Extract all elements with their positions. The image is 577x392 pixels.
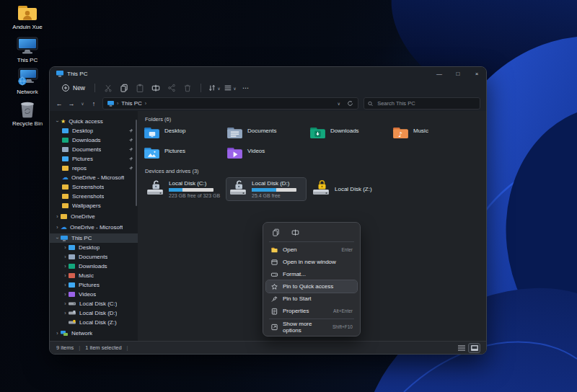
sidebar-item-this-pc[interactable]: › This PC xyxy=(50,233,138,243)
breadcrumb-this-pc[interactable]: This PC xyxy=(121,100,141,107)
network-icon xyxy=(17,68,38,86)
chevron-right-icon[interactable]: › xyxy=(62,311,69,316)
chevron-right-icon[interactable]: › xyxy=(62,245,69,250)
rename-button[interactable] xyxy=(148,82,164,94)
menu-item-pin-to-start[interactable]: Pin to Start xyxy=(266,293,357,305)
menu-item-show-more-options[interactable]: Show more options Shift+F10 xyxy=(266,321,357,333)
sidebar-item-screenshots-2[interactable]: Screenshots xyxy=(50,192,138,201)
sidebar-item-network[interactable]: › Network xyxy=(50,329,138,338)
sidebar-item-documents[interactable]: Documents xyxy=(50,145,138,154)
sidebar-item-quick-access[interactable]: › ★ Quick access xyxy=(50,117,138,126)
folder-tile-pictures[interactable]: Pictures xyxy=(144,146,226,162)
chevron-right-icon[interactable]: › xyxy=(54,214,61,219)
drive-label: Local Disk (C:) xyxy=(169,180,220,187)
up-button[interactable]: ↑ xyxy=(90,100,97,107)
sidebar-item-screenshots[interactable]: Screenshots xyxy=(50,182,138,192)
drives-section-header[interactable]: Devices and drives (3) xyxy=(145,168,486,174)
folder-tile-downloads[interactable]: Downloads xyxy=(309,126,392,142)
sidebar-item-downloads[interactable]: Downloads xyxy=(50,135,138,145)
more-options-button[interactable]: ⋯ xyxy=(242,84,249,92)
menu-item-pin-to-quick-access[interactable]: Pin to Quick access xyxy=(266,280,357,293)
folder-icon: ♪ xyxy=(392,126,409,139)
drive-icon xyxy=(312,182,331,197)
sidebar-item-desktop[interactable]: Desktop xyxy=(50,126,138,135)
sidebar-scrollbar[interactable] xyxy=(136,120,137,206)
forward-button[interactable]: → xyxy=(68,100,75,107)
sidebar-item-repos[interactable]: repos xyxy=(50,164,138,173)
cut-button xyxy=(100,82,116,94)
new-button[interactable]: New xyxy=(57,82,89,94)
chevron-down-icon[interactable]: › xyxy=(55,235,60,241)
folder-tile-videos[interactable]: Videos xyxy=(226,146,309,162)
maximize-button[interactable]: □ xyxy=(449,67,467,80)
sidebar-item-pictures[interactable]: Pictures xyxy=(50,154,138,164)
sidebar-item-pc-music[interactable]: › Music xyxy=(50,271,138,280)
menu-copy-button[interactable] xyxy=(268,227,283,238)
folder-icon xyxy=(69,245,75,250)
view-button[interactable]: ∨ xyxy=(222,82,238,94)
drive-tile-z[interactable]: Local Disk (Z:) xyxy=(309,178,361,200)
desktop-icon-label: Anduin Xue xyxy=(12,24,42,30)
details-view-button[interactable] xyxy=(456,344,467,352)
large-icons-view-button[interactable] xyxy=(469,344,480,352)
chevron-right-icon[interactable]: › xyxy=(62,301,69,306)
sidebar-item-onedrive-microsoft[interactable]: ☁ OneDrive - Microsoft xyxy=(50,173,138,182)
desktop-icon-user-folder[interactable]: Anduin Xue xyxy=(6,4,48,30)
chevron-right-icon[interactable]: › xyxy=(62,273,69,278)
sidebar-item-pc-videos[interactable]: › Videos xyxy=(50,290,138,299)
sidebar-item-pc-downloads[interactable]: › Downloads xyxy=(50,262,138,271)
chevron-down-icon[interactable]: › xyxy=(55,118,60,125)
pin-icon xyxy=(128,138,133,143)
minimize-button[interactable]: — xyxy=(430,67,449,80)
refresh-icon[interactable] xyxy=(347,100,353,107)
desktop-icon-network[interactable]: Network xyxy=(6,68,48,95)
desktop-icon-recycle-bin[interactable]: Recycle Bin xyxy=(6,99,48,127)
folder-icon xyxy=(62,184,69,190)
sidebar-item-pc-documents[interactable]: › Documents xyxy=(50,252,138,262)
cut-icon xyxy=(104,84,113,92)
folder-tile-documents[interactable]: Documents xyxy=(226,126,309,142)
folder-tile-desktop[interactable]: Desktop xyxy=(144,126,226,142)
sort-button[interactable]: ∨ xyxy=(206,82,222,94)
chevron-right-icon[interactable]: › xyxy=(62,254,69,259)
desktop-icon-this-pc[interactable]: This PC xyxy=(6,36,48,63)
chevron-right-icon[interactable]: › xyxy=(54,331,61,336)
properties-icon xyxy=(270,308,278,315)
breadcrumb-separator: › xyxy=(145,101,146,106)
breadcrumb[interactable]: › This PC › ∨ xyxy=(102,97,358,110)
back-button[interactable]: ← xyxy=(56,100,63,107)
search-box[interactable] xyxy=(364,97,480,110)
menu-item-format[interactable]: Format... xyxy=(266,268,357,280)
sidebar-item-onedrive-microsoft-root[interactable]: › ☁ OneDrive - Microsoft xyxy=(50,223,138,232)
drive-tile-d[interactable]: Local Disk (D:) 25.4 GB free xyxy=(226,178,306,200)
chevron-right-icon[interactable]: › xyxy=(62,282,69,288)
sidebar-item-local-disk-c[interactable]: › Local Disk (C:) xyxy=(50,299,138,308)
recent-locations-button[interactable]: ∨ xyxy=(80,101,85,106)
close-button[interactable]: × xyxy=(467,67,486,80)
folder-tile-music[interactable]: ♪ Music xyxy=(392,126,475,142)
folders-section-header[interactable]: Folders (6) xyxy=(145,116,486,122)
large-icons-view-icon xyxy=(471,345,478,351)
drive-tile-c[interactable]: Local Disk (C:) 223 GB free of 323 GB xyxy=(144,178,223,200)
chevron-right-icon[interactable]: › xyxy=(54,225,61,230)
sidebar-item-local-disk-d[interactable]: › Local Disk (D:) xyxy=(50,308,138,318)
sidebar-item-pc-desktop[interactable]: › Desktop xyxy=(50,243,138,252)
open-folder-icon xyxy=(270,246,278,254)
sidebar-item-local-disk-z[interactable]: Local Disk (Z:) xyxy=(50,318,138,327)
sidebar-item-onedrive[interactable]: › OneDrive xyxy=(50,212,138,221)
copy-button[interactable] xyxy=(116,82,132,94)
chevron-right-icon[interactable]: › xyxy=(62,292,69,297)
pushpin-icon xyxy=(270,295,278,303)
title-bar[interactable]: This PC — □ × xyxy=(50,67,486,80)
search-input[interactable] xyxy=(376,99,476,107)
menu-item-open-new-window[interactable]: Open in new window xyxy=(266,256,357,268)
address-dropdown-chevron[interactable]: ∨ xyxy=(338,101,340,106)
chevron-right-icon[interactable]: › xyxy=(62,264,69,269)
menu-item-properties[interactable]: Properties Alt+Enter xyxy=(266,305,357,317)
menu-item-open[interactable]: Open Enter xyxy=(266,244,357,256)
paste-icon xyxy=(136,84,144,92)
sidebar-item-pc-pictures[interactable]: › Pictures xyxy=(50,280,138,290)
sidebar-item-wallpapers[interactable]: Wallpapers xyxy=(50,201,138,210)
folders-grid: Desktop Documents xyxy=(144,126,486,162)
menu-rename-button[interactable] xyxy=(287,227,303,238)
